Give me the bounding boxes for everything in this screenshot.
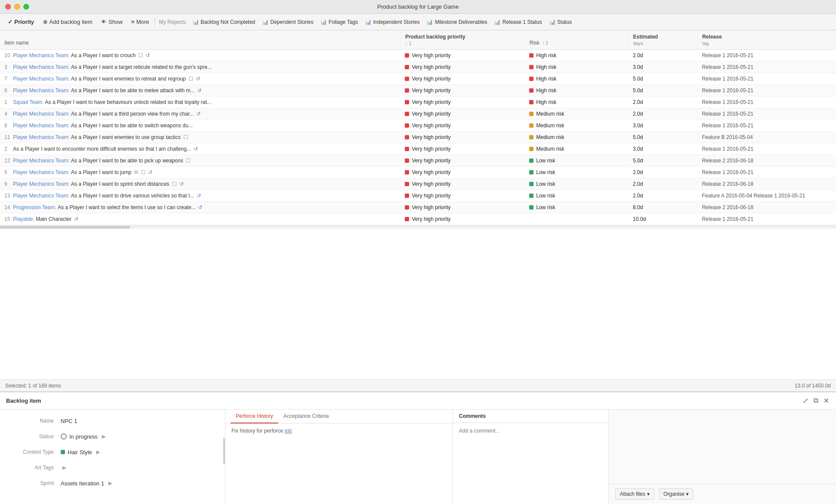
comment-input-area[interactable] — [453, 423, 608, 438]
col-header-risk[interactable]: Risk ↑ 2 — [525, 30, 628, 50]
table-row[interactable]: 4Player Mechanics Team: As a Player I wa… — [0, 108, 836, 120]
expand-icon[interactable]: ⤢ — [802, 396, 809, 406]
cell-risk: Low risk — [525, 202, 628, 213]
comment-input[interactable] — [459, 428, 602, 434]
table-row[interactable]: 2As a Player I want to encounter more di… — [0, 143, 836, 155]
cell-priority: Very high priority — [400, 50, 525, 61]
detail-panel-title: Backlog item — [6, 397, 41, 404]
tab-acceptance-criteria[interactable]: Acceptance Criteria — [278, 410, 334, 423]
table-row[interactable]: 15Playable: Main Character↺Very high pri… — [0, 213, 836, 225]
status-refresh-icon[interactable]: ↺ — [194, 146, 198, 152]
cell-item-name: 12Player Mechanics Team: As a Player I w… — [0, 155, 400, 167]
table-row[interactable]: 8Player Mechanics Team: As a Player I wa… — [0, 120, 836, 132]
table-row[interactable]: 13Player Mechanics Team: As a Player I w… — [0, 190, 836, 202]
item-description: As a Player I want to have behaviours un… — [45, 99, 211, 105]
risk-text: Low risk — [536, 193, 555, 199]
status-refresh-icon[interactable]: ↺ — [197, 87, 202, 94]
table-row[interactable]: 6Player Mechanics Team: As a Player I wa… — [0, 85, 836, 97]
chevron-right-icon[interactable]: ▶ — [62, 465, 66, 471]
table-row[interactable]: 12Player Mechanics Team: As a Player I w… — [0, 155, 836, 167]
table-row[interactable]: 7Player Mechanics Team: As a Player I wa… — [0, 73, 836, 85]
horizontal-scrollbar[interactable] — [0, 225, 836, 229]
checkbox-icon[interactable]: ☐ — [138, 52, 143, 58]
cell-estimated-days: 2.0d — [628, 178, 697, 190]
checkbox-icon[interactable]: ☐ — [186, 158, 191, 164]
team-name: Player Mechanics Team: — [13, 111, 71, 117]
table-row[interactable]: 14Progression Team: As a Player I want t… — [0, 202, 836, 213]
close-window-button[interactable] — [5, 4, 11, 10]
minimize-window-button[interactable] — [14, 4, 20, 10]
report-backlog-not-completed[interactable]: 📊 Backlog Not Completed — [189, 17, 259, 27]
show-button[interactable]: 👁 Show — [97, 17, 127, 27]
close-icon[interactable]: ✕ — [823, 396, 830, 406]
checkbox-icon[interactable]: ☐ — [183, 134, 188, 140]
external-link-icon[interactable]: ⧉ — [813, 396, 819, 406]
status-refresh-icon[interactable]: ↺ — [198, 204, 202, 210]
maximize-window-button[interactable] — [23, 4, 29, 10]
item-description: As a Player I want to encounter more dif… — [13, 146, 191, 152]
table-row[interactable]: 3Player Mechanics Team: As a Player I wa… — [0, 61, 836, 73]
table-row[interactable]: 5Player Mechanics Team: As a Player I wa… — [0, 167, 836, 178]
checkbox-icon[interactable]: ☐ — [189, 76, 193, 82]
form-field-content-type[interactable]: Content Type Hair Style ▶ — [0, 444, 225, 460]
report-foliage-tags[interactable]: 📊 Foliage Tags — [317, 17, 361, 27]
status-refresh-icon[interactable]: ↺ — [179, 181, 184, 187]
table-row[interactable]: 9Player Mechanics Team: As a Player I wa… — [0, 178, 836, 190]
cell-item-name: 4Player Mechanics Team: As a Player I wa… — [0, 108, 400, 120]
form-field-status[interactable]: Status In progress ▶ — [0, 429, 225, 444]
report-release-1-status[interactable]: 📊 Release 1 Status — [491, 17, 545, 27]
form-field-art-tags[interactable]: Art Tags ▶ — [0, 460, 225, 475]
table-row[interactable]: 1Squad Team: As a Player I want to have … — [0, 97, 836, 108]
content-type-dot-icon — [61, 450, 65, 454]
my-reports-label: My Reports: — [159, 19, 187, 25]
cell-estimated-days: 2.0d — [628, 108, 697, 120]
comments-tab[interactable]: Comments — [453, 410, 608, 423]
col-header-estimated-days[interactable]: Estimated days — [628, 30, 697, 50]
priority-text: Very high priority — [412, 87, 450, 94]
organise-button[interactable]: Organise ▾ — [659, 488, 694, 500]
table-row[interactable]: 11Player Mechanics Team: As a Player I w… — [0, 132, 836, 143]
checkbox-icon[interactable]: ☐ — [172, 181, 177, 187]
chevron-right-icon[interactable]: ▶ — [108, 480, 112, 486]
cell-priority: Very high priority — [400, 143, 525, 155]
tab-perforce-history[interactable]: Perforce History — [231, 410, 278, 423]
report-dependent-stories[interactable]: 📊 Dependent Stories — [259, 17, 317, 27]
report-status[interactable]: 📊 Status — [546, 17, 576, 27]
cell-priority: Very high priority — [400, 61, 525, 73]
attach-files-button[interactable]: Attach files ▾ — [615, 488, 654, 500]
form-field-sprint[interactable]: Sprint Assets Iteration 1 ▶ — [0, 475, 225, 491]
status-refresh-icon[interactable]: ↺ — [148, 169, 153, 175]
report-independent-stories[interactable]: 📊 Independent Stories — [361, 17, 423, 27]
more-button[interactable]: ≡ More — [127, 17, 153, 27]
vertical-scrollbar[interactable] — [223, 438, 225, 464]
chevron-right-icon[interactable]: ▶ — [96, 449, 100, 455]
cell-estimated-days: 3.0d — [628, 120, 697, 132]
team-name: Squad Team: — [13, 99, 45, 105]
add-backlog-item-button[interactable]: ⊕ Add backlog item — [39, 17, 97, 27]
perforce-job-link[interactable]: job — [285, 428, 292, 434]
priority-dot-icon — [405, 135, 409, 139]
report-milestone-deliverables[interactable]: 📊 Milestone Deliverables — [423, 17, 491, 27]
cell-risk: Low risk — [525, 155, 628, 167]
priority-text: Very high priority — [412, 123, 450, 129]
chevron-right-icon[interactable]: ▶ — [102, 433, 106, 439]
col-header-release-tag[interactable]: Release tag — [698, 30, 836, 50]
bar-chart-icon: 📊 — [192, 19, 199, 25]
status-refresh-icon[interactable]: ↺ — [196, 76, 200, 82]
cell-priority: Very high priority — [400, 97, 525, 108]
cell-risk: Low risk — [525, 167, 628, 178]
status-refresh-icon[interactable]: ↺ — [146, 52, 150, 58]
table-row[interactable]: 10Player Mechanics Team: As a Player I w… — [0, 50, 836, 61]
risk-text: High risk — [536, 52, 556, 58]
mail-icon[interactable]: ✉ — [134, 169, 138, 175]
scroll-thumb[interactable] — [0, 226, 130, 229]
checkbox-icon[interactable]: ☐ — [141, 169, 146, 175]
status-refresh-icon[interactable]: ↺ — [196, 111, 201, 117]
risk-text: Low risk — [536, 169, 555, 175]
row-number: 2 — [4, 146, 13, 152]
status-refresh-icon[interactable]: ↺ — [74, 216, 78, 222]
table-area[interactable]: Item name Product backlog priority ↑ 1 R… — [0, 30, 836, 379]
priority-toolbar-item[interactable]: ✓ Priority — [3, 17, 39, 27]
status-refresh-icon[interactable]: ↺ — [197, 193, 201, 199]
col-header-priority[interactable]: Product backlog priority ↑ 1 — [400, 30, 525, 50]
